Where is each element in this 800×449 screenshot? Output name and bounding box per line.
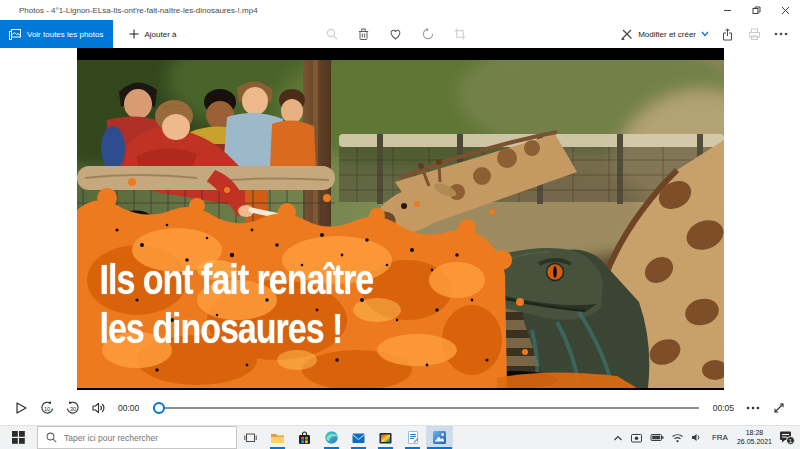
mail-icon: [351, 431, 366, 444]
media-app-icon: [378, 431, 393, 445]
edge-icon: [324, 430, 339, 445]
writer-icon: [406, 430, 420, 445]
print-icon: [748, 28, 761, 40]
taskbar-mail[interactable]: [345, 426, 372, 449]
seek-slider[interactable]: [153, 401, 698, 415]
skip-forward-button[interactable]: 30: [60, 395, 86, 421]
play-button[interactable]: [8, 395, 34, 421]
current-time: 00:00: [118, 403, 139, 413]
ellipsis-icon: [774, 32, 788, 36]
meet-now-button[interactable]: [630, 432, 643, 444]
meet-now-icon: [630, 432, 643, 444]
gallery-icon: [9, 29, 21, 40]
player-controls: 10 30 00:00 00:05: [0, 390, 800, 425]
trash-icon: [358, 28, 369, 40]
fullscreen-button[interactable]: [766, 395, 792, 421]
volume-button[interactable]: [86, 395, 112, 421]
svg-text:30: 30: [70, 406, 76, 412]
edit-create-icon: [621, 28, 633, 40]
zoom-icon: [326, 28, 338, 40]
fullscreen-icon: [772, 401, 786, 415]
more-options-button[interactable]: [774, 32, 788, 36]
action-center-button[interactable]: 1: [779, 430, 795, 445]
battery-icon: [650, 432, 664, 443]
player-ellipsis-icon: [746, 406, 760, 410]
chevron-down-icon: [701, 31, 709, 37]
system-tray: FRA 18:28 26.05.2021 1: [613, 426, 800, 449]
close-icon: [781, 6, 790, 15]
battery-button[interactable]: [650, 432, 664, 443]
toolbar-right-icons: Modifier et créer: [621, 20, 800, 48]
share-icon: [722, 28, 735, 41]
taskbar-photos-active[interactable]: [426, 426, 453, 449]
taskbar-edge[interactable]: [318, 426, 345, 449]
minimize-button[interactable]: [713, 0, 742, 20]
favorite-button[interactable]: [389, 28, 402, 40]
edit-create-button[interactable]: Modifier et créer: [621, 28, 709, 40]
search-input[interactable]: [64, 433, 220, 443]
crop-icon: [454, 28, 466, 40]
add-to-button[interactable]: Ajouter à: [119, 20, 187, 48]
see-all-photos-label: Voir toutes les photos: [27, 30, 104, 39]
taskbar-search[interactable]: [37, 426, 237, 449]
player-more-button[interactable]: [740, 395, 766, 421]
taskbar-clock[interactable]: 18:28 26.05.2021: [737, 429, 772, 447]
action-center-icon: 1: [779, 430, 795, 445]
speaker-icon: [691, 432, 703, 443]
file-explorer-icon: [270, 431, 285, 444]
restore-button[interactable]: [742, 0, 771, 20]
toolbar: Voir toutes les photos Ajouter à: [0, 20, 800, 48]
skip-back-button[interactable]: 10: [34, 395, 60, 421]
video-caption-line2: les dinosaures !: [100, 307, 343, 350]
window-title: Photos - 4°1-Lignon-ELsa-Ils-ont're-fait…: [0, 6, 258, 15]
video-frame: Ils ont fait renaître les dinosaures !: [77, 60, 724, 388]
content-area: Ils ont fait renaître les dinosaures !: [0, 48, 800, 390]
seek-track[interactable]: [153, 407, 698, 409]
clock-date: 26.05.2021: [737, 438, 772, 445]
tray-hidden-icons-button[interactable]: [613, 434, 623, 442]
svg-text:10: 10: [44, 406, 50, 412]
edit-create-label: Modifier et créer: [638, 30, 696, 39]
close-button[interactable]: [771, 0, 800, 20]
taskbar-writer[interactable]: [399, 426, 426, 449]
task-view-button[interactable]: [237, 426, 264, 449]
skip-forward-icon: 30: [65, 400, 81, 415]
video-surface[interactable]: Ils ont fait renaître les dinosaures !: [77, 48, 724, 390]
start-button[interactable]: [0, 426, 37, 449]
rotate-button[interactable]: [422, 28, 434, 40]
see-all-photos-button[interactable]: Voir toutes les photos: [0, 20, 113, 48]
taskbar: FRA 18:28 26.05.2021 1: [0, 425, 800, 449]
seek-handle[interactable]: [153, 402, 165, 414]
search-icon: [46, 432, 57, 443]
toolbar-center-icons: [326, 20, 466, 48]
crop-button[interactable]: [454, 28, 466, 40]
rotate-icon: [422, 28, 434, 40]
print-button[interactable]: [748, 28, 761, 40]
language-indicator[interactable]: FRA: [710, 433, 730, 442]
windows-logo-icon: [12, 431, 25, 444]
photos-app-window: Photos - 4°1-Lignon-ELsa-Ils-ont're-fait…: [0, 0, 800, 449]
clock-time: 18:28: [746, 429, 764, 436]
delete-button[interactable]: [358, 28, 369, 40]
photos-app-icon: [432, 430, 447, 445]
taskbar-store[interactable]: [291, 426, 318, 449]
add-to-label: Ajouter à: [145, 30, 177, 39]
video-caption-line1: Ils ont fait renaître: [100, 258, 374, 301]
plus-icon: [129, 29, 139, 39]
taskbar-media-app[interactable]: [372, 426, 399, 449]
task-view-icon: [244, 431, 257, 444]
taskbar-file-explorer[interactable]: [264, 426, 291, 449]
duration: 00:05: [713, 403, 734, 413]
heart-icon: [389, 28, 402, 40]
minimize-icon: [723, 6, 732, 15]
window-controls: [713, 0, 800, 20]
share-button[interactable]: [722, 28, 735, 41]
play-icon: [14, 401, 28, 415]
wifi-button[interactable]: [671, 432, 684, 443]
wifi-icon: [671, 432, 684, 443]
titlebar: Photos - 4°1-Lignon-ELsa-Ils-ont're-fait…: [0, 0, 800, 20]
zoom-button[interactable]: [326, 28, 338, 40]
store-icon: [297, 431, 312, 445]
chevron-up-icon: [613, 434, 623, 442]
sound-button[interactable]: [691, 432, 703, 443]
